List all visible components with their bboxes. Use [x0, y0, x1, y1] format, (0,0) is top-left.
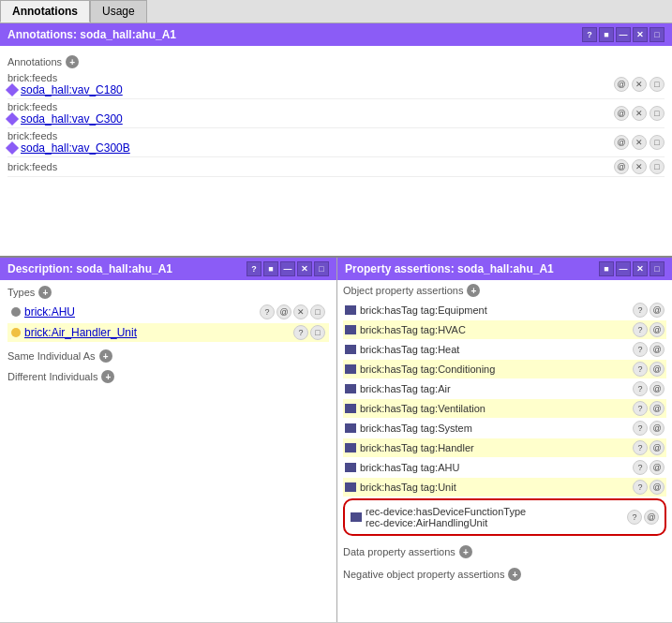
prop-at-ventilation[interactable]: @: [650, 401, 665, 416]
add-annotation-button[interactable]: +: [66, 55, 79, 68]
prop-help-unit[interactable]: ?: [633, 480, 648, 495]
prop-icons-system: ? @: [633, 421, 665, 436]
annotation-link-2[interactable]: soda_hall:vav_C300: [21, 112, 123, 126]
desc-expand-icon[interactable]: □: [314, 261, 329, 276]
annotation-value-1: soda_hall:vav_C180: [7, 83, 123, 96]
prop-bar-equipment: [345, 305, 356, 315]
prop-at-conditioning[interactable]: @: [650, 362, 665, 377]
annotation-delete-icon-4[interactable]: ✕: [632, 159, 647, 174]
desc-close-icon[interactable]: ✕: [297, 261, 312, 276]
prop-help-rec-device[interactable]: ?: [627, 510, 642, 525]
type-link-air-handler[interactable]: brick:Air_Handler_Unit: [24, 326, 137, 339]
type-left-air-handler: brick:Air_Handler_Unit: [11, 326, 137, 339]
diamond-icon-3: [6, 141, 19, 155]
prop-bar-hvac: [345, 325, 356, 334]
annotations-expand-icon[interactable]: □: [650, 27, 665, 42]
annotation-entry-3: brick:feeds soda_hall:vav_C300B @ ✕ □: [7, 128, 665, 157]
add-data-property-button[interactable]: +: [459, 545, 472, 558]
annotation-at-icon-2[interactable]: @: [614, 106, 629, 121]
add-same-individual-button[interactable]: +: [99, 349, 112, 363]
prop-at-heat[interactable]: @: [650, 342, 665, 357]
prop-icons-unit: ? @: [633, 480, 665, 495]
prop-help-equipment[interactable]: ?: [633, 303, 648, 318]
prop-at-handler[interactable]: @: [650, 440, 665, 455]
type-at-ahu[interactable]: @: [276, 304, 291, 319]
prop-help-ventilation[interactable]: ?: [633, 401, 648, 416]
prop-at-system[interactable]: @: [650, 421, 665, 436]
prop-expand-icon[interactable]: □: [650, 261, 665, 276]
prop-text-rec-device: rec-device:hasDeviceFunctionTyperec-devi…: [366, 506, 526, 528]
prop-text-unit: brick:hasTag tag:Unit: [360, 482, 456, 493]
annotations-header: Annotations: soda_hall:ahu_A1 ? ■ — ✕ □: [0, 23, 672, 46]
prop-help-heat[interactable]: ?: [633, 342, 648, 357]
annotation-delete-icon-3[interactable]: ✕: [632, 135, 647, 150]
type-link-ahu[interactable]: brick:AHU: [24, 305, 75, 319]
annotation-link-3[interactable]: soda_hall:vav_C300B: [21, 141, 130, 155]
prop-help-conditioning[interactable]: ?: [633, 362, 648, 377]
prop-min-icon[interactable]: —: [616, 261, 631, 276]
annotation-entry-2: brick:feeds soda_hall:vav_C300 @ ✕ □: [7, 99, 665, 128]
property-header: Property assertions: soda_hall:ahu_A1 ■ …: [337, 258, 672, 280]
annotation-delete-icon-2[interactable]: ✕: [632, 106, 647, 121]
annotations-pin-icon[interactable]: ■: [599, 27, 614, 42]
type-expand-air-handler[interactable]: □: [310, 325, 325, 340]
annotations-min-icon[interactable]: —: [616, 27, 631, 42]
type-help-ahu[interactable]: ?: [260, 304, 275, 319]
annotation-at-icon-1[interactable]: @: [614, 77, 629, 92]
annotation-expand-icon-1[interactable]: □: [650, 77, 665, 92]
annotation-type-3: brick:feeds: [7, 130, 130, 141]
annotation-entry-1: brick:feeds soda_hall:vav_C180 @ ✕ □: [7, 70, 665, 99]
prop-help-air[interactable]: ?: [633, 381, 648, 396]
tab-usage[interactable]: Usage: [90, 0, 147, 22]
prop-help-system[interactable]: ?: [633, 421, 648, 436]
add-negative-object-property-button[interactable]: +: [508, 568, 521, 581]
prop-at-equipment[interactable]: @: [650, 303, 665, 318]
prop-left-conditioning: brick:hasTag tag:Conditioning: [345, 363, 495, 375]
prop-icons-conditioning: ? @: [633, 362, 665, 377]
description-title: Description: soda_hall:ahu_A1: [7, 262, 172, 275]
prop-left-ventilation: brick:hasTag tag:Ventilation: [345, 403, 485, 414]
annotation-expand-icon-2[interactable]: □: [650, 106, 665, 121]
annotation-at-icon-4[interactable]: @: [614, 159, 629, 174]
annotation-at-icon-3[interactable]: @: [614, 135, 629, 150]
type-expand-ahu[interactable]: □: [310, 304, 325, 319]
prop-row-equipment: brick:hasTag tag:Equipment ? @: [343, 301, 666, 319]
prop-at-air[interactable]: @: [650, 381, 665, 396]
prop-pin-icon[interactable]: ■: [599, 261, 614, 276]
desc-min-icon[interactable]: —: [280, 261, 295, 276]
prop-row-system: brick:hasTag tag:System ? @: [343, 419, 666, 438]
annotation-value-3: soda_hall:vav_C300B: [7, 141, 130, 155]
desc-help-icon[interactable]: ?: [246, 261, 261, 276]
annotation-expand-icon-3[interactable]: □: [650, 135, 665, 150]
description-body: Types + brick:AHU ? @ ✕ □: [0, 280, 336, 622]
prop-text-air: brick:hasTag tag:Air: [360, 383, 451, 394]
prop-at-ahu[interactable]: @: [650, 460, 665, 475]
description-panel: Description: soda_hall:ahu_A1 ? ■ — ✕ □ …: [0, 258, 337, 622]
annotations-help-icon[interactable]: ?: [582, 27, 597, 42]
prop-at-unit[interactable]: @: [650, 480, 665, 495]
prop-help-hvac[interactable]: ?: [633, 322, 648, 337]
prop-help-ahu[interactable]: ?: [633, 460, 648, 475]
add-type-button[interactable]: +: [38, 286, 52, 299]
prop-bar-unit: [345, 482, 356, 492]
tab-annotations[interactable]: Annotations: [0, 0, 90, 22]
property-title: Property assertions: soda_hall:ahu_A1: [345, 262, 554, 275]
add-different-individual-button[interactable]: +: [101, 370, 114, 383]
annotation-delete-icon-1[interactable]: ✕: [632, 77, 647, 92]
type-help-air-handler[interactable]: ?: [293, 325, 308, 340]
prop-close-icon[interactable]: ✕: [633, 261, 648, 276]
type-icons-ahu: ? @ ✕ □: [260, 304, 325, 319]
prop-bar-rec-device: [351, 512, 362, 522]
prop-at-hvac[interactable]: @: [650, 322, 665, 337]
negative-object-property-label: Negative object property assertions +: [343, 568, 666, 581]
annotations-close-icon[interactable]: ✕: [633, 27, 648, 42]
add-object-property-button[interactable]: +: [467, 284, 480, 297]
desc-pin-icon[interactable]: ■: [263, 261, 278, 276]
prop-help-handler[interactable]: ?: [633, 440, 648, 455]
type-delete-ahu[interactable]: ✕: [293, 304, 308, 319]
annotation-link-1[interactable]: soda_hall:vav_C180: [21, 83, 123, 96]
prop-at-rec-device[interactable]: @: [644, 510, 659, 525]
annotation-type-1: brick:feeds: [7, 72, 123, 83]
annotation-expand-icon-4[interactable]: □: [650, 159, 665, 174]
prop-bar-heat: [345, 345, 356, 354]
